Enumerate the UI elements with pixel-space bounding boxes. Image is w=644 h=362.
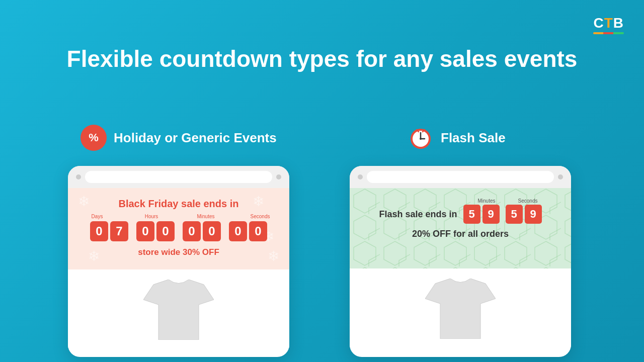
- label-hours: Hours: [138, 214, 165, 219]
- flash-section-label: Flash Sale: [408, 125, 506, 151]
- bf-minutes: 0 0: [183, 221, 221, 241]
- bf-days: 0 7: [90, 221, 128, 241]
- bf-digit-0: 0: [90, 221, 108, 241]
- bf-product-area: [68, 269, 289, 348]
- holiday-label-text: Holiday or Generic Events: [114, 130, 277, 146]
- bar-dot-r2: [558, 174, 563, 179]
- bf-title: Black Friday sale ends in: [80, 198, 277, 210]
- logo: CTB: [593, 15, 624, 34]
- bf-countdown: 0 7 0 0 0 0 0 0: [80, 221, 277, 241]
- fs-minutes-label: Minutes: [467, 198, 506, 204]
- label-seconds: Seconds: [247, 214, 273, 219]
- bf-digit-s0: 0: [229, 221, 247, 241]
- fs-subtitle: 20% OFF for all orders: [362, 229, 559, 239]
- label-days: Days: [84, 214, 110, 219]
- bf-digit-h0: 0: [136, 221, 154, 241]
- title-normal: Flexible countdown types: [67, 46, 356, 72]
- main-title: Flexible countdown types for any sales e…: [0, 45, 644, 73]
- bf-digit-7: 7: [110, 221, 128, 241]
- bf-digit-s1: 0: [249, 221, 267, 241]
- fs-seconds-label: Seconds: [509, 198, 547, 204]
- logo-b: B: [613, 15, 624, 31]
- logo-underline: [593, 32, 624, 34]
- fs-min-5: 5: [463, 205, 480, 224]
- label-minutes: Minutes: [193, 214, 219, 219]
- fs-countdown: 5 9 5 9: [463, 205, 542, 224]
- tshirt-left: [143, 280, 214, 340]
- logo-t: T: [604, 15, 613, 31]
- logo-c: C: [593, 15, 604, 31]
- bar-dot2: [276, 174, 281, 179]
- tshirt-right: [425, 279, 496, 339]
- fs-main-row: Flash sale ends in 5 9 5 9: [362, 205, 559, 224]
- bf-hours: 0 0: [136, 221, 175, 241]
- fs-content: Minutes Seconds Flash sale ends in 5 9 5…: [350, 188, 571, 268]
- address-bar-r: [367, 171, 554, 183]
- fs-prefix: Flash sale ends in: [379, 209, 457, 220]
- percent-icon: %: [80, 125, 107, 151]
- bf-labels: Days Hours Minutes Seconds: [80, 214, 277, 219]
- bf-content: ❄ ❄ ❄ ❄ ❄ ❄ Black Friday sale ends in Da…: [68, 188, 289, 269]
- bar-dot: [76, 174, 81, 179]
- fs-sec-9: 9: [525, 205, 542, 224]
- fs-sec-5: 5: [506, 205, 523, 224]
- bf-subtitle: store wide 30% OFF: [80, 247, 277, 257]
- title-bold: for any sales events: [356, 46, 578, 72]
- bf-digit-m1: 0: [203, 221, 221, 241]
- clock-icon: [408, 125, 434, 151]
- holiday-section-label: % Holiday or Generic Events: [80, 125, 277, 151]
- fs-min-9: 9: [482, 205, 500, 224]
- bf-digit-h1: 0: [156, 221, 175, 241]
- holiday-phone-mockup: ❄ ❄ ❄ ❄ ❄ ❄ Black Friday sale ends in Da…: [68, 166, 289, 357]
- svg-point-4: [420, 138, 422, 140]
- bar-dot-r: [358, 174, 363, 179]
- bf-digit-m0: 0: [183, 221, 201, 241]
- bf-seconds: 0 0: [229, 221, 267, 241]
- address-bar: [85, 171, 272, 183]
- flash-label-text: Flash Sale: [441, 130, 506, 146]
- flash-phone-mockup: Minutes Seconds Flash sale ends in 5 9 5…: [350, 166, 571, 357]
- phone-bar-right: [350, 166, 571, 188]
- phone-bar-left: [68, 166, 289, 188]
- fs-label-row: Minutes Seconds: [362, 198, 559, 204]
- fs-product-area: [350, 268, 571, 347]
